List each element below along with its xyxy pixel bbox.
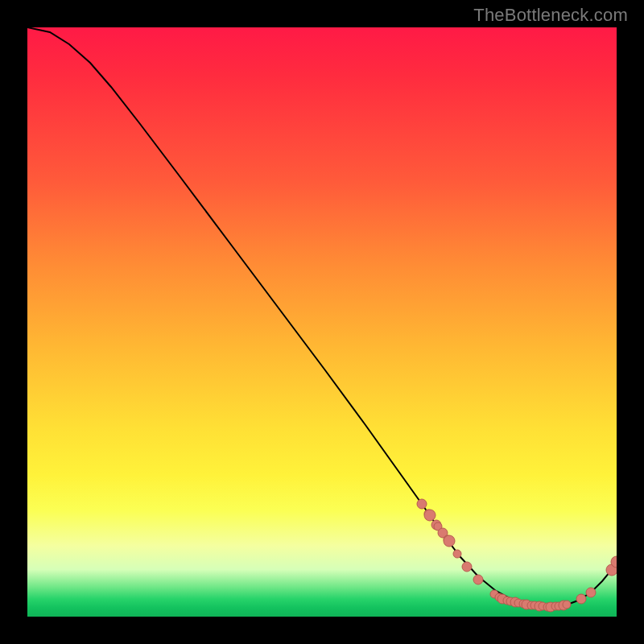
- data-dot: [586, 588, 596, 597]
- data-dot: [462, 562, 472, 572]
- data-dot: [444, 535, 455, 547]
- bottleneck-curve: [27, 27, 617, 607]
- data-dot: [453, 550, 461, 558]
- data-dot: [563, 601, 571, 609]
- data-dot: [424, 510, 436, 521]
- data-dots: [417, 499, 617, 612]
- chart-stage: TheBottleneck.com: [0, 0, 644, 644]
- data-dot: [473, 575, 483, 584]
- data-dot: [576, 594, 586, 604]
- curve-svg: [27, 27, 617, 617]
- data-dot: [417, 499, 427, 509]
- watermark-text: TheBottleneck.com: [473, 5, 628, 26]
- plot-area: [27, 27, 617, 617]
